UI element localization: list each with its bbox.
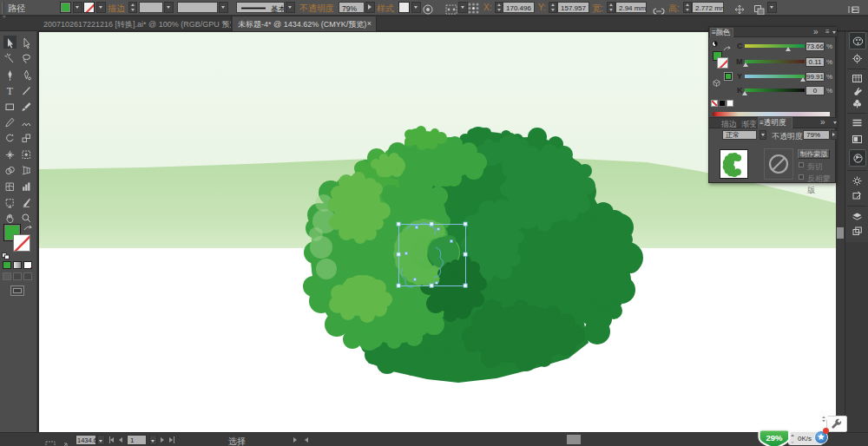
svg-text:29%: 29%: [766, 433, 783, 443]
svg-text:T: T: [7, 85, 14, 96]
